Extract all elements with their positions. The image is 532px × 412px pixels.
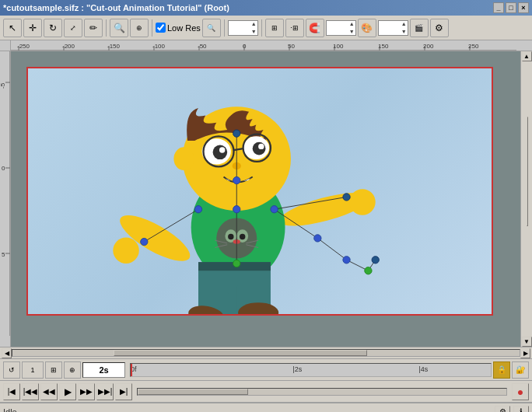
quality-spinbox[interactable]: 8 ▲ ▼ [228,20,258,36]
offset-y-down-arrow[interactable]: ▼ [401,28,408,36]
lowres-zoom-button[interactable]: 🔍 [202,19,221,37]
svg-text:-250: -250 [17,43,30,50]
svg-text:-150: -150 [107,43,121,50]
zoom-in-button[interactable]: ⊕ [130,19,149,37]
grid-button[interactable]: ⊞ [265,19,284,37]
offset-x-up-arrow[interactable]: ▲ [348,20,355,28]
offset-y-value[interactable]: 0 [379,21,401,35]
svg-text:0: 0 [2,165,5,172]
scale-tool-button[interactable]: ⤢ [64,19,82,37]
canvas-viewport[interactable] [11,51,520,347]
transport-progress-bar[interactable] [137,388,507,396]
rotate-tool-button[interactable]: ↻ [44,19,62,37]
lock-button-2[interactable]: 🔐 [512,361,529,379]
animation-canvas[interactable] [26,67,493,316]
svg-text:50: 50 [288,43,295,50]
quality-down-arrow[interactable]: ▼ [250,28,257,36]
timeline-ruler[interactable]: 0f |2s |4s [130,363,492,377]
step-forward-button[interactable]: ▶▶ [78,383,95,400]
timeline-frame-num[interactable]: 1 [22,361,44,379]
offset-y-spinbox[interactable]: 0 ▲ ▼ [378,20,408,36]
magnet-button[interactable]: 🧲 [306,19,324,37]
lock-button-1[interactable]: 🔒 [493,361,510,379]
quality-up-arrow[interactable]: ▲ [250,20,257,28]
svg-point-55 [219,147,225,152]
quality-arrows[interactable]: ▲ ▼ [250,20,257,36]
transport-thumb[interactable] [138,389,248,395]
close-button[interactable]: × [518,2,529,13]
settings-button[interactable]: ⚙ [430,19,449,37]
minimize-button[interactable]: _ [493,2,504,13]
offset-y-up-arrow[interactable]: ▲ [401,20,408,28]
top-ruler-svg: -250 -200 -150 -100 -50 0 50 100 150 200… [11,40,532,51]
scroll-up-button[interactable]: ▲ [522,51,532,61]
statusbar: Idle ⚙ ℹ [0,403,532,412]
status-info-button[interactable]: ℹ [513,406,529,413]
timeline-grid-button[interactable]: ⊞ [45,361,62,379]
scroll-down-button[interactable]: ▼ [522,337,532,347]
svg-text:250: 250 [468,43,479,50]
svg-point-56 [258,144,264,149]
titlebar-controls: _ □ × [493,2,529,13]
svg-point-79 [314,235,321,242]
lowres-checkbox[interactable] [156,23,166,33]
toolbar-separator-4 [261,19,262,37]
skip-to-beginning-button[interactable]: |◀ [3,383,20,400]
palette-button[interactable]: 🎨 [358,19,376,37]
svg-point-37 [240,234,245,239]
snap-button[interactable]: ⋅⊞ [285,19,304,37]
ruler-row: -250 -200 -150 -100 -50 0 50 100 150 200… [0,40,532,51]
horizontal-scrollbar[interactable]: ◀ ▶ [0,347,532,358]
svg-point-53 [213,145,228,160]
svg-point-61 [173,147,194,170]
status-settings-button[interactable]: ⚙ [495,406,510,413]
svg-point-63 [349,189,375,215]
left-ruler-svg: -5 0 5 [0,51,11,336]
film-button[interactable]: 🎬 [410,19,429,37]
hscroll-thumb[interactable] [114,350,367,356]
toolbar-separator-3 [224,19,225,37]
character-svg [28,68,492,314]
lowres-text: Low Res [167,23,201,33]
skip-to-end-button[interactable]: ▶| [115,383,132,400]
svg-point-75 [233,260,240,267]
toolbar-separator-2 [152,19,152,37]
offset-x-value[interactable]: 0 [327,21,348,35]
offset-x-down-arrow[interactable]: ▼ [348,28,355,36]
timeline-add-button[interactable]: ⊕ [64,361,81,379]
offset-x-spinbox[interactable]: 0 ▲ ▼ [326,20,356,36]
titlebar: *cutoutsample.sifz : "Cut-out Animation … [0,0,532,16]
svg-text:-5: -5 [0,82,6,89]
timeline-loop-button[interactable]: ↺ [3,361,20,379]
play-button[interactable]: ▶ [59,383,76,400]
svg-text:-100: -100 [152,43,166,50]
svg-text:200: 200 [423,43,434,50]
scroll-left-button[interactable]: ◀ [2,348,12,358]
step-back-button[interactable]: ◀◀ [40,383,58,400]
lowres-label[interactable]: Low Res [156,23,201,33]
svg-point-78 [271,206,278,213]
lock-buttons: 🔒 🔐 [493,361,529,379]
zoom-tool-button[interactable]: 🔍 [110,19,128,37]
scroll-right-button[interactable]: ▶ [520,348,530,358]
draw-tool-button[interactable]: ✏ [84,19,103,37]
transform-tool-button[interactable]: ✛ [23,19,42,37]
svg-point-81 [343,257,350,264]
record-button[interactable]: ● [512,383,529,400]
offset-x-arrows[interactable]: ▲ ▼ [348,20,355,36]
next-keyframe-button[interactable]: ▶▶| [96,383,114,400]
svg-point-77 [141,238,148,245]
quality-value[interactable]: 8 [229,21,250,35]
vertical-scrollbar[interactable]: ▲ ▼ [520,51,532,347]
offset-y-arrows[interactable]: ▲ ▼ [401,20,408,36]
prev-keyframe-button[interactable]: |◀◀ [22,383,39,400]
status-text: Idle [3,407,17,413]
svg-line-69 [317,238,346,260]
ruler-corner [0,40,11,51]
maximize-button[interactable]: □ [506,2,516,13]
titlebar-title: *cutoutsample.sifz : "Cut-out Animation … [3,3,229,12]
left-ruler: -5 0 5 [0,51,11,347]
vscroll-thumb[interactable] [527,117,528,227]
select-tool-button[interactable]: ↖ [3,19,22,37]
toolbar-separator-1 [106,19,107,37]
